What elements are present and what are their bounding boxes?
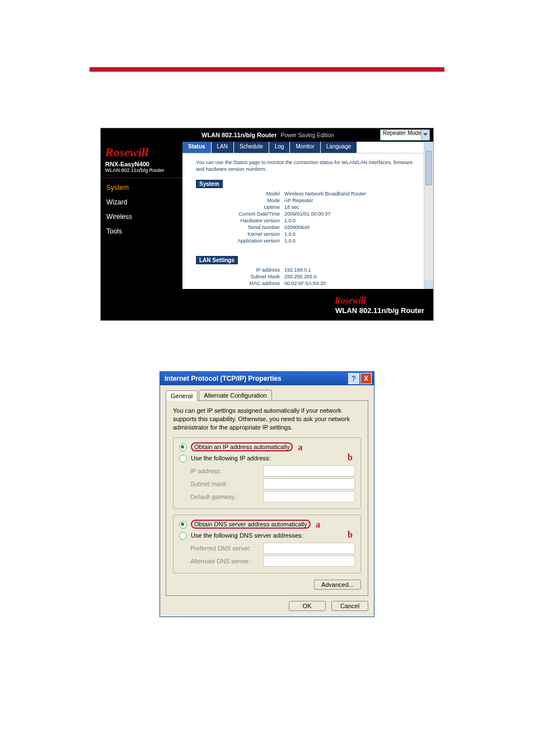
preferred-dns-input[interactable] — [263, 543, 355, 554]
brand-model: RNX-EasyN400 — [105, 161, 178, 167]
router-footer: Rosewill WLAN 802.11n/b/g Router — [101, 289, 433, 320]
kv-val: 1.0.0 — [284, 218, 420, 223]
tab-alternate[interactable]: Alternate Configuration — [199, 390, 272, 400]
kv-val: 192.168.0.1 — [284, 267, 420, 273]
tab-pane: You can get IP settings assigned automat… — [166, 401, 368, 596]
nav-system[interactable]: System — [101, 180, 182, 195]
radio-icon[interactable] — [179, 532, 187, 540]
kv-mac: MAC address00:02:6F:5A:54:20 — [182, 280, 433, 287]
field-mask: Subnet mask: — [190, 478, 355, 489]
dialog-tabs: General Alternate Configuration — [166, 390, 368, 401]
field-gw: Default gateway: — [190, 491, 355, 502]
kv-key: IP address — [196, 267, 284, 273]
radio-icon[interactable] — [179, 455, 187, 463]
kv-uptime: Uptime18 sec — [182, 204, 433, 211]
ok-button[interactable]: OK — [289, 601, 326, 611]
subnet-mask-input[interactable] — [263, 478, 355, 489]
radio-dns-auto-label: Obtain DNS server address automatically — [194, 521, 307, 528]
kv-appver: Application version1.0.6 — [182, 237, 433, 244]
scrollbar[interactable] — [424, 142, 433, 289]
letter-b2: b — [348, 530, 353, 540]
document-page: WLAN 802.11n/b/g Router Power Saving Edi… — [0, 67, 534, 756]
kv-key: Hardware version — [196, 218, 284, 223]
default-gateway-input[interactable] — [263, 491, 355, 502]
scroll-down-icon[interactable] — [424, 280, 433, 289]
kv-subnet: Subnet Mask255.255.255.0 — [182, 273, 433, 280]
kv-kernel: Kernel version1.0.6 — [182, 231, 433, 237]
section-lan-header: LAN Settings — [196, 256, 238, 264]
tab-status[interactable]: Status — [182, 142, 211, 153]
field-ip: IP address: — [190, 465, 355, 477]
help-button[interactable]: ? — [348, 373, 359, 384]
footer-brand-logo: Rosewill — [335, 296, 366, 306]
kv-val: 2009/01/01 00:00:37 — [284, 211, 420, 217]
tab-language[interactable]: Language — [321, 142, 357, 153]
alternate-dns-input[interactable] — [263, 556, 355, 567]
advanced-button[interactable]: Advanced... — [314, 580, 361, 590]
ip-address-input[interactable] — [263, 465, 355, 477]
callout-a: Obtain an IP address automatically — [191, 442, 293, 451]
kv-key: Model — [196, 191, 284, 197]
kv-key: Mode — [196, 198, 284, 203]
kv-serial: Serial Number030900640 — [182, 224, 433, 231]
kv-val: AP Repeater — [284, 198, 420, 203]
tcpip-properties-dialog: Internet Protocol (TCP/IP) Properties ? … — [160, 371, 374, 617]
field-dns1: Preferred DNS server: — [190, 543, 355, 554]
alternate-dns-label: Alternate DNS server: — [190, 558, 263, 564]
kv-key: Subnet Mask — [196, 274, 284, 279]
radio-dns-manual-row: Use the following DNS server addresses: … — [179, 531, 355, 541]
tab-lan[interactable]: LAN — [212, 142, 233, 153]
close-button[interactable]: X — [360, 373, 372, 384]
subnet-mask-label: Subnet mask: — [190, 480, 263, 487]
nav-wireless[interactable]: Wireless — [101, 209, 182, 224]
router-tabs: Status LAN Schedule Log Monitor Language — [182, 142, 433, 153]
router-sidebar: Rosewill RNX-EasyN400 WLAN 802.11n/b/g R… — [101, 142, 182, 289]
nav-wizard[interactable]: Wizard — [101, 195, 182, 209]
dns-group: Obtain DNS server address automatically … — [173, 515, 361, 573]
brand-model-desc: WLAN 802.11n/b/g Router — [105, 167, 178, 173]
radio-icon[interactable] — [179, 521, 187, 529]
kv-val: 1.0.6 — [284, 231, 420, 237]
radio-ip-manual-label: Use the following IP address: — [191, 455, 270, 461]
kv-mode: ModeAP Repeater — [182, 197, 433, 204]
kv-key: Kernel version — [196, 231, 284, 237]
footer-title: WLAN 802.11n/b/g Router — [335, 306, 424, 315]
radio-ip-manual-row: Use the following IP address: b — [179, 454, 355, 464]
kv-key: Uptime — [196, 204, 284, 210]
letter-b: b — [348, 452, 353, 463]
chevron-down-icon — [421, 130, 429, 140]
nav-tools[interactable]: Tools — [101, 224, 182, 239]
letter-a: a — [298, 442, 303, 452]
page-description: You can use the Status page to monitor t… — [182, 153, 433, 178]
callout-a2: Obtain DNS server address automatically — [191, 520, 311, 529]
section-system-header: System — [196, 180, 223, 188]
router-main: Status LAN Schedule Log Monitor Language… — [182, 142, 433, 289]
kv-val: 030900640 — [284, 225, 420, 230]
radio-dns-auto-row: Obtain DNS server address automatically … — [179, 519, 355, 531]
kv-val: 255.255.255.0 — [284, 274, 420, 279]
radio-ip-auto-label: Obtain an IP address automatically — [194, 444, 289, 450]
radio-dns-manual-label: Use the following DNS server addresses: — [191, 532, 303, 539]
tab-schedule[interactable]: Schedule — [234, 142, 269, 153]
scroll-up-icon[interactable] — [424, 142, 433, 151]
scroll-thumb[interactable] — [425, 151, 432, 185]
cancel-button[interactable]: Cancel — [331, 601, 368, 611]
radio-ip-auto-row: Obtain an IP address automatically a — [179, 441, 355, 454]
mode-select[interactable]: Repeater Mode — [380, 129, 430, 141]
dialog-titlebar: Internet Protocol (TCP/IP) Properties ? … — [160, 372, 374, 385]
dialog-title: Internet Protocol (TCP/IP) Properties — [165, 375, 347, 382]
dialog-button-row: OK Cancel — [166, 600, 368, 611]
router-header: WLAN 802.11n/b/g Router Power Saving Edi… — [101, 128, 433, 142]
ip-group: Obtain an IP address automatically a Use… — [173, 437, 361, 509]
kv-hwver: Hardware version1.0.0 — [182, 217, 433, 224]
dialog-blurb: You can get IP settings assigned automat… — [173, 407, 361, 432]
sidebar-divider — [101, 178, 182, 178]
radio-icon[interactable] — [179, 444, 187, 451]
kv-key: Current Date/Time — [196, 211, 284, 217]
advanced-row: Advanced... — [173, 579, 361, 590]
kv-key: Application version — [196, 238, 284, 244]
tab-log[interactable]: Log — [269, 142, 290, 153]
tab-monitor[interactable]: Monitor — [290, 142, 320, 153]
tab-general[interactable]: General — [166, 390, 198, 401]
kv-key: MAC address — [196, 281, 284, 286]
